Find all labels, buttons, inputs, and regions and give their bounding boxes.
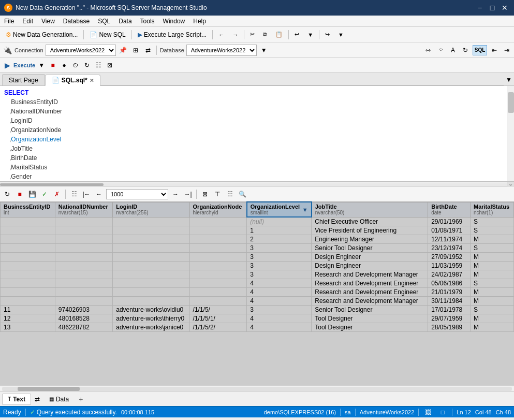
new-sql-icon: 📄 — [90, 31, 97, 38]
conn-pin-btn[interactable]: 📌 — [118, 45, 128, 55]
undo-dropdown[interactable]: ▼ — [304, 29, 317, 40]
stop-results-btn[interactable]: ■ — [14, 189, 25, 199]
tab-transfer-btn[interactable]: ⇄ — [32, 394, 42, 404]
bottom-tab-text[interactable]: T Text — [2, 394, 31, 405]
schema-btn[interactable]: ☷ — [93, 60, 104, 70]
execute-large-button[interactable]: ▶ Execute Large Script... — [134, 29, 210, 40]
menu-file[interactable]: File — [0, 16, 18, 26]
results-scroll-track — [2, 387, 512, 391]
status-query-success: ✓ Query executed successfully. — [30, 409, 117, 416]
timer-btn[interactable]: ⏲ — [70, 60, 81, 70]
conn-switch-btn[interactable]: ⇄ — [143, 45, 153, 55]
start-page-tab-label: Start Page — [9, 77, 38, 84]
status-ready: Ready — [3, 409, 21, 416]
copy-button[interactable]: ⧉ — [259, 29, 271, 40]
new-sql-label: New SQL — [99, 31, 125, 38]
export-btn[interactable]: 💾 — [27, 189, 37, 199]
tab-start-page[interactable]: Start Page — [2, 74, 45, 85]
h-split-handle[interactable]: ○ — [507, 182, 514, 187]
exec-dropdown-btn[interactable]: ▼ — [36, 60, 47, 70]
check-btn[interactable]: ✓ — [39, 189, 50, 199]
menu-data[interactable]: Data — [114, 16, 136, 26]
status-sep5 — [452, 409, 452, 416]
maximize-icon-btn[interactable]: □ — [437, 407, 448, 417]
database-select[interactable]: AdventureWorks2022 — [186, 45, 257, 56]
connection-label: Connection — [14, 47, 43, 53]
sql-btn[interactable]: SQL — [473, 45, 487, 55]
next-page-btn[interactable]: ⇥ — [502, 45, 512, 55]
tab-overflow-btn[interactable]: ▼ — [504, 75, 514, 85]
undo-button[interactable]: ↩ — [291, 29, 303, 40]
refresh-results-btn[interactable]: ↻ — [2, 189, 12, 199]
table-view-btn[interactable]: ⊠ — [200, 189, 210, 199]
execute-icon-btn[interactable]: ▶ — [2, 60, 12, 70]
new-data-gen-label: New Data Generation... — [13, 31, 78, 38]
bottom-tab-data[interactable]: ▦ Data — [43, 394, 75, 405]
results-h-scroll[interactable] — [0, 385, 514, 392]
new-data-gen-button[interactable]: ⚙ New Data Generation... — [2, 29, 81, 40]
db-dropdown[interactable]: ▼ — [259, 45, 269, 55]
main-content: SELECT BusinessEntityID ,NationalIDNumbe… — [0, 86, 514, 392]
new-sql-button[interactable]: 📄 New SQL — [86, 29, 129, 40]
font-btn[interactable]: A — [448, 45, 458, 55]
conn-layout-btn[interactable]: ⊞ — [130, 45, 141, 55]
stop-btn[interactable]: ■ — [48, 60, 58, 70]
redo-button[interactable]: ↪ — [321, 29, 333, 40]
menu-window[interactable]: Window — [159, 16, 189, 26]
menu-tools[interactable]: Tools — [136, 16, 159, 26]
tab-sql[interactable]: 📄 SQL.sql* ✕ — [45, 75, 100, 86]
next-row-btn[interactable]: → — [170, 189, 181, 199]
first-row-btn[interactable]: |← — [81, 189, 92, 199]
menu-help[interactable]: Help — [189, 16, 210, 26]
menu-edit[interactable]: Edit — [18, 16, 37, 26]
minimize-button[interactable]: − — [475, 3, 485, 13]
editor-text[interactable]: SELECT BusinessEntityID ,NationalIDNumbe… — [0, 86, 507, 181]
status-col: Col 48 — [475, 409, 492, 415]
h-scroll-track[interactable] — [0, 183, 507, 186]
page-size-select[interactable]: 1000 — [106, 189, 168, 199]
editor-scrollbar[interactable] — [507, 86, 514, 181]
refresh2-btn[interactable]: ↻ — [82, 60, 92, 70]
refresh-btn[interactable]: ↻ — [460, 45, 471, 55]
tab-close-btn[interactable]: ✕ — [90, 78, 94, 83]
prev-page-btn[interactable]: ⇤ — [489, 45, 500, 55]
connection-select[interactable]: AdventureWorks2022 — [46, 45, 116, 56]
cut-button[interactable]: ✂ — [246, 29, 258, 40]
code-editor: SELECT BusinessEntityID ,NationalIDNumbe… — [0, 86, 514, 182]
add-tab-button[interactable]: + — [76, 394, 86, 404]
connect-icon-button[interactable]: 🔌 — [2, 45, 12, 55]
modal-overlay: Custom AutoFilter ✕ Show rows where: Org… — [0, 201, 514, 385]
menu-database[interactable]: Database — [59, 16, 94, 26]
status-time: 00:00:08.115 — [121, 409, 154, 415]
data-tab-icon: ▦ — [49, 396, 54, 402]
delete-btn[interactable]: ✗ — [52, 189, 62, 199]
maximize-button[interactable]: □ — [487, 3, 497, 13]
title-bar-controls: − □ ✕ — [475, 3, 510, 13]
arrow-left-btn[interactable]: ← — [215, 29, 228, 40]
arrow-right-btn[interactable]: → — [229, 29, 242, 40]
close-button[interactable]: ✕ — [500, 3, 510, 13]
monitor-icon-btn[interactable]: 🖼 — [423, 407, 433, 417]
last-row-btn[interactable]: →| — [183, 189, 193, 199]
status-sep2 — [340, 409, 341, 416]
prev-row-btn[interactable]: ← — [94, 189, 104, 199]
table-btn[interactable]: ⌔ — [435, 45, 446, 55]
sep1 — [83, 30, 84, 39]
grid-view-btn[interactable]: ☷ — [69, 189, 79, 199]
grid-btn[interactable]: ⊠ — [105, 60, 115, 70]
editor-scroll-thumb — [508, 92, 514, 113]
redo-dropdown[interactable]: ▼ — [334, 29, 347, 40]
execute-large-label: Execute Large Script... — [144, 31, 207, 38]
h-splitter[interactable]: ○ — [0, 182, 514, 187]
menu-sql[interactable]: SQL — [94, 16, 114, 26]
format-btn[interactable]: ⇿ — [423, 45, 433, 55]
menu-view[interactable]: View — [37, 16, 59, 26]
status-ln: Ln 12 — [457, 409, 471, 415]
sep3 — [212, 30, 213, 39]
debug-btn[interactable]: ● — [59, 60, 69, 70]
ready-text: Ready — [3, 409, 21, 416]
paste-button[interactable]: 📋 — [272, 29, 286, 40]
search-results-btn[interactable]: 🔍 — [237, 189, 247, 199]
split-view-btn[interactable]: ⊤ — [212, 189, 223, 199]
form-view-btn[interactable]: ☷ — [225, 189, 235, 199]
